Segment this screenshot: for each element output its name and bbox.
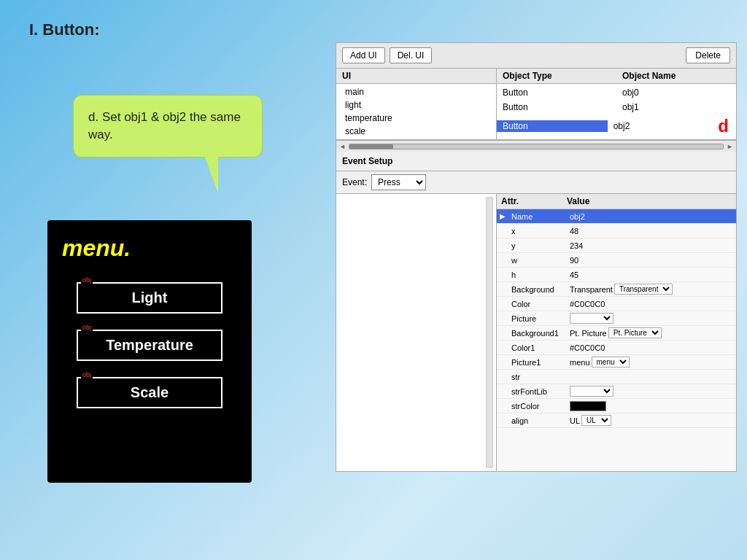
- prop-attr-str: str: [508, 373, 567, 381]
- prop-row-x[interactable]: x 48: [497, 224, 736, 238]
- prop-val-strcolor[interactable]: [567, 401, 736, 411]
- obj-name-0: obj0: [616, 87, 736, 98]
- prop-val-picture[interactable]: [567, 313, 736, 324]
- btn-small-label-scale: obj: [81, 371, 93, 378]
- obj-row-0[interactable]: Button obj0: [497, 85, 736, 100]
- prop-row-str[interactable]: str: [497, 370, 736, 384]
- scroll-bar[interactable]: [349, 144, 724, 149]
- attr-col-header: Attr.: [497, 196, 562, 206]
- prop-attr-y: y: [508, 241, 567, 250]
- obj-type-2: Button: [497, 120, 608, 132]
- ui-list-items: main light temperature scale: [336, 84, 496, 139]
- event-text-area: [336, 194, 497, 471]
- strcolor-swatch[interactable]: [570, 401, 606, 411]
- properties-table: Attr. Value ▶ Name obj2 x 48 y 234: [497, 194, 736, 471]
- prop-val-strfontlib[interactable]: [567, 386, 736, 397]
- prop-row-picture[interactable]: Picture: [497, 311, 736, 326]
- prop-row-background[interactable]: Background Transparent Transparent Fille…: [497, 282, 736, 297]
- prop-attr-strfontlib: strFontLib: [508, 387, 567, 396]
- prop-attr-x: x: [508, 227, 567, 236]
- align-dropdown[interactable]: UL UC UR: [581, 415, 611, 426]
- prop-attr-background: Background: [508, 285, 567, 294]
- event-setup: Event Setup: [336, 152, 736, 171]
- prop-attr-align: align: [508, 416, 567, 425]
- ui-list: UI main light temperature scale: [336, 69, 497, 139]
- prop-row-picture1[interactable]: Picture1 menu menu: [497, 355, 736, 370]
- main-heading: I. Button:: [29, 20, 100, 39]
- prop-val-color[interactable]: #C0C0C0: [567, 300, 736, 308]
- menu-preview: menu. obj Light obj Temperature obj Scal…: [47, 220, 252, 483]
- prop-val-picture1[interactable]: menu menu: [567, 357, 736, 368]
- strfontlib-dropdown[interactable]: [570, 386, 614, 397]
- prop-row-color1[interactable]: Color1 #C0C0C0: [497, 341, 736, 355]
- prop-attr-picture: Picture: [508, 314, 567, 323]
- scroll-thumb: [349, 144, 393, 149]
- prop-val-background[interactable]: Transparent Transparent Filled: [567, 284, 736, 295]
- obj-list-headers: Object Type Object Name: [497, 69, 736, 84]
- prop-row-y[interactable]: y 234: [497, 238, 736, 253]
- delete-button[interactable]: Delete: [686, 47, 730, 63]
- prop-val-w[interactable]: 90: [567, 256, 736, 265]
- obj-list: Object Type Object Name Button obj0 Butt…: [497, 69, 736, 139]
- picture-dropdown[interactable]: [570, 313, 614, 324]
- prop-row-strcolor[interactable]: strColor: [497, 399, 736, 413]
- prop-row-background1[interactable]: Background1 Pt. Picture Pt. Picture: [497, 326, 736, 341]
- prop-val-color1[interactable]: #C0C0C0: [567, 343, 736, 352]
- event-field-label: Event:: [342, 177, 367, 187]
- scroll-right-arrow[interactable]: ►: [727, 143, 733, 150]
- obj-type-1: Button: [497, 101, 616, 113]
- prop-row-strfontlib[interactable]: strFontLib: [497, 384, 736, 399]
- prop-row-w[interactable]: w 90: [497, 253, 736, 268]
- prop-row-align[interactable]: align UL UL UC UR: [497, 413, 736, 428]
- obj-row-2[interactable]: Button obj2 d: [497, 114, 736, 138]
- prop-attr-picture1: Picture1: [508, 358, 567, 367]
- scroll-left-arrow[interactable]: ◄: [339, 143, 346, 150]
- obj-row-1[interactable]: Button obj1: [497, 100, 736, 114]
- prop-attr-color1: Color1: [508, 343, 567, 352]
- event-code-input[interactable]: [339, 197, 493, 468]
- prop-val-align[interactable]: UL UL UC UR: [567, 415, 736, 426]
- prop-val-background1[interactable]: Pt. Picture Pt. Picture: [567, 327, 736, 338]
- prop-attr-background1: Background1: [508, 329, 567, 338]
- editor-toolbar: Add UI Del. UI Delete: [336, 43, 736, 69]
- menu-button-light[interactable]: obj Light: [77, 282, 222, 314]
- obj-name-header: Object Name: [616, 71, 736, 81]
- prop-attr-strcolor: strColor: [508, 402, 567, 411]
- ui-list-item-light[interactable]: light: [336, 98, 496, 112]
- prop-row-color[interactable]: Color #C0C0C0: [497, 297, 736, 311]
- ui-list-item-scale[interactable]: scale: [336, 125, 496, 138]
- btn-small-label-light: obj: [81, 276, 93, 284]
- background1-dropdown[interactable]: Pt. Picture: [608, 327, 662, 338]
- event-setup-label: Event Setup: [342, 156, 392, 166]
- editor-lists: UI main light temperature scale Object T…: [336, 69, 736, 140]
- scroll-area[interactable]: ◄ ►: [336, 140, 736, 152]
- background-dropdown[interactable]: Transparent Filled: [614, 284, 673, 295]
- del-ui-button[interactable]: Del. UI: [390, 47, 433, 63]
- obj-d-label: d: [718, 116, 736, 136]
- prop-val-h[interactable]: 45: [567, 271, 736, 279]
- menu-button-scale[interactable]: obj Scale: [77, 377, 222, 408]
- picture1-dropdown[interactable]: menu: [592, 357, 630, 368]
- prop-row-name[interactable]: ▶ Name obj2: [497, 209, 736, 224]
- ui-editor-panel: Add UI Del. UI Delete UI main light temp…: [336, 42, 737, 472]
- obj-type-0: Button: [497, 87, 616, 98]
- prop-row-h[interactable]: h 45: [497, 268, 736, 282]
- props-header: Attr. Value: [497, 194, 736, 209]
- prop-val-x[interactable]: 48: [567, 227, 736, 236]
- prop-attr-color: Color: [508, 300, 567, 308]
- menu-button-temperature[interactable]: obj Temperature: [77, 330, 222, 361]
- ui-list-item-temperature[interactable]: temperature: [336, 112, 496, 125]
- prop-val-y[interactable]: 234: [567, 241, 736, 250]
- event-select[interactable]: Press Release: [371, 174, 426, 190]
- add-ui-button[interactable]: Add UI: [342, 47, 385, 63]
- prop-attr-w: w: [508, 256, 567, 265]
- speech-bubble: d. Set obj1 & obj2 the same way.: [73, 95, 263, 158]
- prop-attr-h: h: [508, 271, 567, 279]
- ui-list-header: UI: [336, 69, 496, 84]
- prop-val-name[interactable]: obj2: [567, 212, 736, 221]
- editor-lower: Attr. Value ▶ Name obj2 x 48 y 234: [336, 194, 736, 471]
- ui-list-item-main[interactable]: main: [336, 85, 496, 98]
- obj-name-1: obj1: [616, 101, 736, 113]
- bubble-text: d. Set obj1 & obj2 the same way.: [88, 110, 241, 141]
- prop-attr-name: Name: [508, 212, 567, 221]
